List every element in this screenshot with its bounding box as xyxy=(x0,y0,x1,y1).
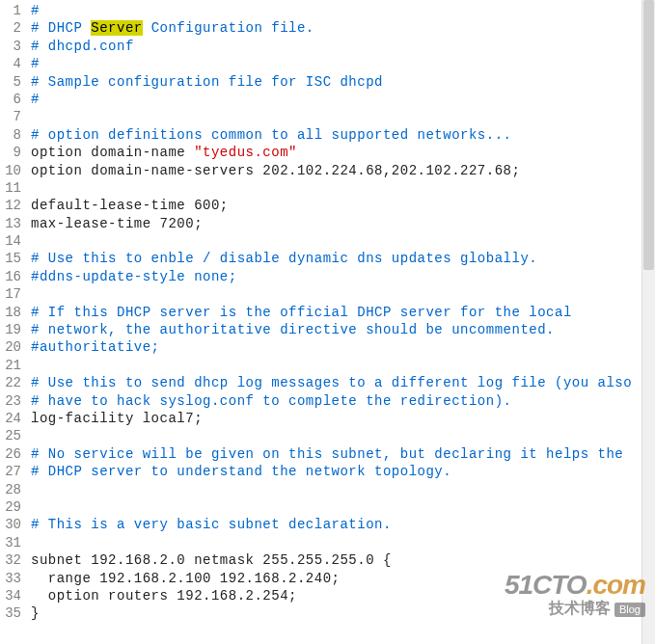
code-token: } xyxy=(31,605,40,621)
code-line[interactable]: # option definitions common to all suppo… xyxy=(31,126,655,144)
line-number: 20 xyxy=(0,338,21,356)
code-line[interactable]: #authoritative; xyxy=(31,338,655,356)
watermark-domain: .com xyxy=(587,570,645,600)
code-line[interactable]: # Use this to enble / disable dynamic dn… xyxy=(31,250,655,267)
line-number: 16 xyxy=(0,268,21,285)
code-token: # xyxy=(31,56,40,71)
line-number: 27 xyxy=(0,463,21,480)
code-token: # Use this to enble / disable dynamic dn… xyxy=(31,251,537,266)
line-number: 23 xyxy=(0,392,21,410)
search-highlight: Server xyxy=(91,20,142,36)
code-line[interactable]: option domain-name "tyedus.com" xyxy=(31,144,655,161)
code-line[interactable]: # If this DHCP server is the official DH… xyxy=(31,304,655,321)
line-number: 15 xyxy=(0,250,21,267)
code-token: # This is a very basic subnet declaratio… xyxy=(31,517,392,532)
line-number: 25 xyxy=(0,427,21,444)
line-number: 14 xyxy=(0,232,21,250)
code-token: # xyxy=(31,3,40,18)
code-line[interactable] xyxy=(31,108,655,125)
line-number: 17 xyxy=(0,285,21,303)
code-line[interactable]: default-lease-time 600; xyxy=(31,197,655,214)
code-editor: 1234567891011121314151617181920212223242… xyxy=(0,0,655,625)
code-token: # option definitions common to all suppo… xyxy=(31,127,511,143)
code-token: # have to hack syslog.conf to complete t… xyxy=(31,393,511,409)
line-number: 18 xyxy=(0,304,21,321)
code-line[interactable] xyxy=(31,179,655,197)
line-number: 33 xyxy=(0,570,21,587)
line-number: 1 xyxy=(0,2,21,19)
code-token: option domain-name xyxy=(31,145,194,160)
line-number: 2 xyxy=(0,19,21,37)
code-line[interactable]: # have to hack syslog.conf to complete t… xyxy=(31,392,655,410)
line-number: 24 xyxy=(0,410,21,427)
code-line[interactable]: # DHCP server to understand the network … xyxy=(31,463,655,480)
watermark-logo: 51CTO.com xyxy=(505,571,645,601)
code-line[interactable] xyxy=(31,232,655,250)
code-token: # DHCP xyxy=(31,20,91,36)
code-token: default-lease-time 600; xyxy=(31,198,229,213)
line-number: 29 xyxy=(0,498,21,516)
code-line[interactable]: # Sample configuration file for ISC dhcp… xyxy=(31,73,655,91)
line-number: 5 xyxy=(0,73,21,91)
code-line[interactable]: # This is a very basic subnet declaratio… xyxy=(31,516,655,533)
code-token: Configuration file. xyxy=(143,20,314,36)
code-content[interactable]: ## DHCP Server Configuration file.# dhcp… xyxy=(27,2,655,623)
code-line[interactable]: # xyxy=(31,2,655,19)
code-token: # xyxy=(31,92,40,107)
line-number: 7 xyxy=(0,108,21,125)
code-token: # Use this to send dhcp log messages to … xyxy=(31,375,632,390)
code-line[interactable]: subnet 192.168.2.0 netmask 255.255.255.0… xyxy=(31,551,655,569)
code-line[interactable]: # DHCP Server Configuration file. xyxy=(31,19,655,37)
code-line[interactable] xyxy=(31,481,655,498)
code-token: subnet 192.168.2.0 netmask 255.255.255.0… xyxy=(31,552,392,568)
code-token: range 192.168.2.100 192.168.2.240; xyxy=(31,571,340,586)
code-line[interactable]: # No service will be given on this subne… xyxy=(31,445,655,463)
line-number: 13 xyxy=(0,215,21,232)
code-token: # DHCP server to understand the network … xyxy=(31,464,451,479)
code-line[interactable]: # network, the authoritative directive s… xyxy=(31,321,655,338)
code-token: option domain-name-servers 202.102.224.6… xyxy=(31,163,520,178)
line-number: 22 xyxy=(0,374,21,391)
watermark-badge: Blog xyxy=(614,603,645,616)
line-number: 32 xyxy=(0,551,21,569)
code-line[interactable] xyxy=(31,498,655,516)
line-number: 28 xyxy=(0,481,21,498)
code-line[interactable]: # dhcpd.conf xyxy=(31,38,655,55)
code-token: # network, the authoritative directive s… xyxy=(31,322,555,337)
code-line[interactable] xyxy=(31,285,655,303)
watermark-subtitle: 技术博客Blog xyxy=(505,600,645,617)
vertical-scrollbar[interactable] xyxy=(641,0,655,644)
code-token: "tyedus.com" xyxy=(194,145,297,160)
line-number: 26 xyxy=(0,445,21,463)
code-line[interactable]: max-lease-time 7200; xyxy=(31,215,655,232)
watermark-sub-text: 技术博客 xyxy=(549,600,611,616)
code-token: # No service will be given on this subne… xyxy=(31,446,623,462)
line-number: 12 xyxy=(0,197,21,214)
line-number: 34 xyxy=(0,587,21,604)
code-token: #ddns-update-style none; xyxy=(31,269,237,284)
code-line[interactable]: option domain-name-servers 202.102.224.6… xyxy=(31,162,655,179)
line-number: 35 xyxy=(0,604,21,622)
code-line[interactable]: # Use this to send dhcp log messages to … xyxy=(31,374,655,391)
code-line[interactable] xyxy=(31,357,655,374)
line-number: 10 xyxy=(0,162,21,179)
code-line[interactable] xyxy=(31,427,655,444)
code-token: # Sample configuration file for ISC dhcp… xyxy=(31,74,383,90)
code-line[interactable]: # xyxy=(31,91,655,108)
line-number: 31 xyxy=(0,534,21,551)
code-line[interactable]: # xyxy=(31,55,655,72)
line-number: 4 xyxy=(0,55,21,72)
line-number: 30 xyxy=(0,516,21,533)
code-line[interactable]: #ddns-update-style none; xyxy=(31,268,655,285)
line-number: 21 xyxy=(0,357,21,374)
code-token: #authoritative; xyxy=(31,339,160,355)
line-number: 8 xyxy=(0,126,21,144)
code-line[interactable]: log-facility local7; xyxy=(31,410,655,427)
line-number: 9 xyxy=(0,144,21,161)
line-number: 19 xyxy=(0,321,21,338)
code-token: log-facility local7; xyxy=(31,411,203,426)
scrollbar-thumb[interactable] xyxy=(643,0,654,270)
code-line[interactable] xyxy=(31,534,655,551)
code-token: option routers 192.168.2.254; xyxy=(31,588,297,604)
line-number: 11 xyxy=(0,179,21,197)
